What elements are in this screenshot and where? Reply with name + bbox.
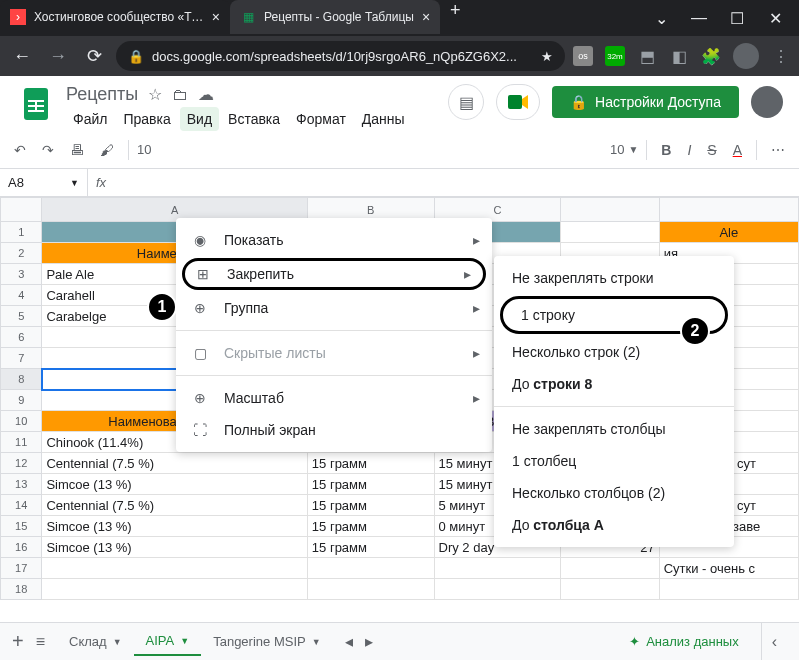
menu-файл[interactable]: Файл xyxy=(66,107,114,131)
undo-button[interactable]: ↶ xyxy=(8,138,32,162)
print-button[interactable]: 🖶 xyxy=(64,138,90,162)
document-title[interactable]: Рецепты xyxy=(66,84,138,105)
browser-tab-active[interactable]: ▦ Рецепты - Google Таблицы × xyxy=(230,0,440,34)
sheet-tab[interactable]: Склад ▼ xyxy=(57,627,134,656)
meet-button[interactable] xyxy=(496,84,540,120)
cell[interactable] xyxy=(434,558,561,579)
cell[interactable]: 15 грамм xyxy=(307,516,434,537)
menu-вставка[interactable]: Вставка xyxy=(221,107,287,131)
submenu-entry[interactable]: До столбца A xyxy=(494,509,734,541)
italic-button[interactable]: I xyxy=(681,138,697,162)
row-header[interactable]: 1 xyxy=(1,222,42,243)
row-header[interactable]: 12 xyxy=(1,453,42,474)
cell-reference[interactable]: A8 ▼ xyxy=(0,169,88,196)
cell[interactable]: 15 грамм xyxy=(307,495,434,516)
add-sheet-button[interactable]: + xyxy=(12,630,24,653)
cell[interactable]: Centennial (7.5 %) xyxy=(42,453,307,474)
cell[interactable] xyxy=(659,579,798,600)
extension-icon[interactable]: ⬒ xyxy=(637,46,657,66)
extension-icon[interactable]: ◧ xyxy=(669,46,689,66)
sheet-tab[interactable]: Tangerine MSIP ▼ xyxy=(201,627,332,656)
row-header[interactable]: 17 xyxy=(1,558,42,579)
dropdown-icon[interactable]: ▼ xyxy=(312,637,321,647)
row-header[interactable]: 16 xyxy=(1,537,42,558)
dropdown-icon[interactable]: ▼ xyxy=(628,144,638,155)
extensions-menu-icon[interactable]: 🧩 xyxy=(701,46,721,66)
redo-button[interactable]: ↷ xyxy=(36,138,60,162)
cell[interactable]: Simcoe (13 %) xyxy=(42,474,307,495)
menu-entry[interactable]: ⊞ Закрепить ▸ xyxy=(182,258,486,290)
row-header[interactable]: 3 xyxy=(1,264,42,285)
menu-entry[interactable]: ⊕ Группа ▸ xyxy=(176,292,492,324)
chevron-down-icon[interactable]: ⌄ xyxy=(652,9,670,28)
new-tab-button[interactable]: + xyxy=(440,0,471,36)
cell[interactable] xyxy=(42,558,307,579)
scroll-right-icon[interactable]: ▸ xyxy=(365,632,373,651)
menu-формат[interactable]: Формат xyxy=(289,107,353,131)
cell[interactable] xyxy=(307,579,434,600)
back-button[interactable]: ← xyxy=(8,42,36,70)
extension-icon[interactable]: os xyxy=(573,46,593,66)
select-all-corner[interactable] xyxy=(1,198,42,222)
cell[interactable] xyxy=(307,558,434,579)
zoom-select[interactable]: 10 xyxy=(137,142,151,157)
sheet-tab[interactable]: AIPA ▼ xyxy=(134,627,202,656)
submenu-entry[interactable]: 1 столбец xyxy=(494,445,734,477)
user-avatar[interactable] xyxy=(751,86,783,118)
formula-bar[interactable] xyxy=(114,169,799,196)
bold-button[interactable]: B xyxy=(655,138,677,162)
column-header[interactable] xyxy=(659,198,798,222)
cell[interactable]: 15 грамм xyxy=(307,537,434,558)
move-icon[interactable]: 🗀 xyxy=(172,86,188,104)
extension-icon[interactable]: 32m xyxy=(605,46,625,66)
menu-icon[interactable]: ⋮ xyxy=(771,46,791,66)
strikethrough-button[interactable]: S xyxy=(701,138,722,162)
comments-button[interactable]: ▤ xyxy=(448,84,484,120)
dropdown-icon[interactable]: ▼ xyxy=(180,636,189,646)
cloud-icon[interactable]: ☁ xyxy=(198,85,214,104)
cell[interactable] xyxy=(561,558,659,579)
submenu-entry[interactable]: До строки 8 xyxy=(494,368,734,400)
analyze-data-button[interactable]: ✦ Анализ данных xyxy=(619,628,749,655)
row-header[interactable]: 8 xyxy=(1,369,42,390)
menu-вид[interactable]: Вид xyxy=(180,107,219,131)
star-icon[interactable]: ★ xyxy=(541,49,553,64)
cell[interactable] xyxy=(42,579,307,600)
row-header[interactable]: 10 xyxy=(1,411,42,432)
cell[interactable]: Simcoe (13 %) xyxy=(42,516,307,537)
menu-entry[interactable]: ⊕ Масштаб ▸ xyxy=(176,382,492,414)
profile-avatar[interactable] xyxy=(733,43,759,69)
text-color-button[interactable]: A xyxy=(727,138,748,162)
row-header[interactable]: 5 xyxy=(1,306,42,327)
cell[interactable] xyxy=(561,579,659,600)
column-header[interactable] xyxy=(561,198,659,222)
row-header[interactable]: 4 xyxy=(1,285,42,306)
row-header[interactable]: 6 xyxy=(1,327,42,348)
menu-данны[interactable]: Данны xyxy=(355,107,412,131)
cell[interactable]: Centennial (7.5 %) xyxy=(42,495,307,516)
cell[interactable]: Simcoe (13 %) xyxy=(42,537,307,558)
cell[interactable] xyxy=(434,579,561,600)
close-icon[interactable]: × xyxy=(422,9,430,25)
close-icon[interactable]: × xyxy=(212,9,220,25)
font-size-select[interactable]: 10 xyxy=(610,142,624,157)
cell[interactable]: 15 грамм xyxy=(307,453,434,474)
share-button[interactable]: 🔒 Настройки Доступа xyxy=(552,86,739,118)
submenu-entry[interactable]: Не закреплять строки xyxy=(494,262,734,294)
row-header[interactable]: 13 xyxy=(1,474,42,495)
sheets-logo[interactable] xyxy=(16,84,56,124)
row-header[interactable]: 7 xyxy=(1,348,42,369)
cell[interactable]: 15 грамм xyxy=(307,474,434,495)
maximize-icon[interactable]: ☐ xyxy=(728,9,746,28)
row-header[interactable]: 18 xyxy=(1,579,42,600)
cell[interactable]: Сутки - очень с xyxy=(659,558,798,579)
row-header[interactable]: 9 xyxy=(1,390,42,411)
row-header[interactable]: 11 xyxy=(1,432,42,453)
submenu-entry[interactable]: Несколько столбцов (2) xyxy=(494,477,734,509)
all-sheets-button[interactable]: ≡ xyxy=(36,633,45,651)
row-header[interactable]: 14 xyxy=(1,495,42,516)
scroll-left-icon[interactable]: ◂ xyxy=(345,632,353,651)
menu-entry[interactable]: ⛶ Полный экран xyxy=(176,414,492,446)
address-bar[interactable]: 🔒 docs.google.com/spreadsheets/d/10rj9sr… xyxy=(116,41,565,71)
row-header[interactable]: 15 xyxy=(1,516,42,537)
